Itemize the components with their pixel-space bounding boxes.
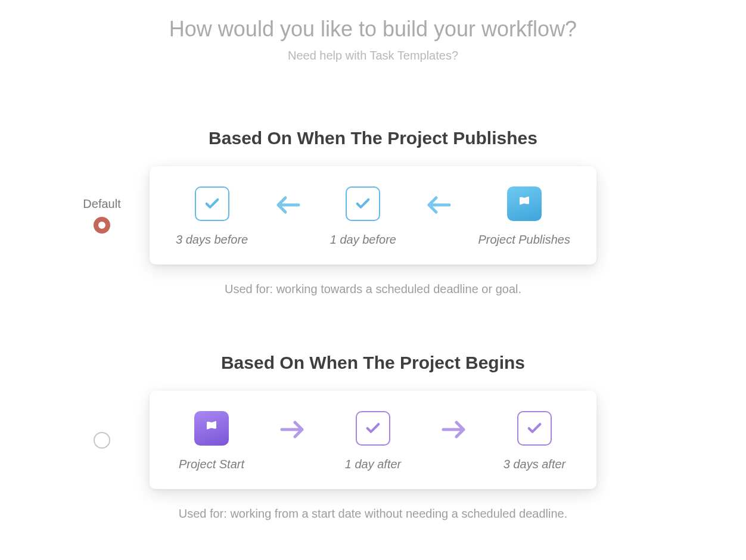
option-begins-title: Based On When The Project Begins (0, 353, 746, 373)
cell-project-publishes: Project Publishes (478, 186, 570, 247)
cell-1-day-before: 1 day before (327, 186, 399, 247)
arrow-left-icon (273, 186, 302, 221)
option-publishes: Based On When The Project Publishes Defa… (0, 128, 746, 296)
arrow-right-icon (278, 411, 307, 446)
cell-label: 3 days before (176, 233, 248, 247)
flag-icon (507, 186, 542, 221)
cell-3-days-after: 3 days after (499, 411, 570, 471)
option-begins: Based On When The Project Begins Project… (0, 353, 746, 521)
cell-label: 3 days after (503, 458, 566, 471)
arrow-right-icon (440, 411, 468, 446)
cell-1-day-after: 1 day after (337, 411, 409, 471)
arrow-left-icon (424, 186, 453, 221)
radio-selected-icon (94, 217, 110, 234)
option-publishes-title: Based On When The Project Publishes (0, 128, 746, 148)
cell-label: Project Start (179, 458, 244, 471)
flag-icon (194, 411, 229, 446)
radio-publishes[interactable]: Default (54, 197, 150, 234)
checkmark-icon (195, 186, 229, 221)
cell-label: 1 day after (345, 458, 402, 471)
cell-project-start: Project Start (176, 411, 247, 471)
radio-begins[interactable] (54, 432, 150, 449)
cell-label: 1 day before (330, 233, 396, 247)
card-publishes[interactable]: 3 days before 1 day before (150, 166, 596, 265)
option-publishes-caption: Used for: working towards a scheduled de… (0, 282, 746, 296)
card-begins[interactable]: Project Start 1 day after (150, 391, 596, 489)
checkmark-icon (356, 411, 390, 446)
checkmark-icon (346, 186, 380, 221)
option-begins-caption: Used for: working from a start date with… (0, 507, 746, 521)
radio-publishes-label: Default (83, 197, 120, 211)
page-title: How would you like to build your workflo… (0, 17, 746, 42)
cell-3-days-before: 3 days before (176, 186, 248, 247)
cell-label: Project Publishes (478, 233, 570, 247)
help-link[interactable]: Need help with Task Templates? (0, 49, 746, 63)
radio-unselected-icon (94, 432, 110, 449)
checkmark-icon (517, 411, 552, 446)
